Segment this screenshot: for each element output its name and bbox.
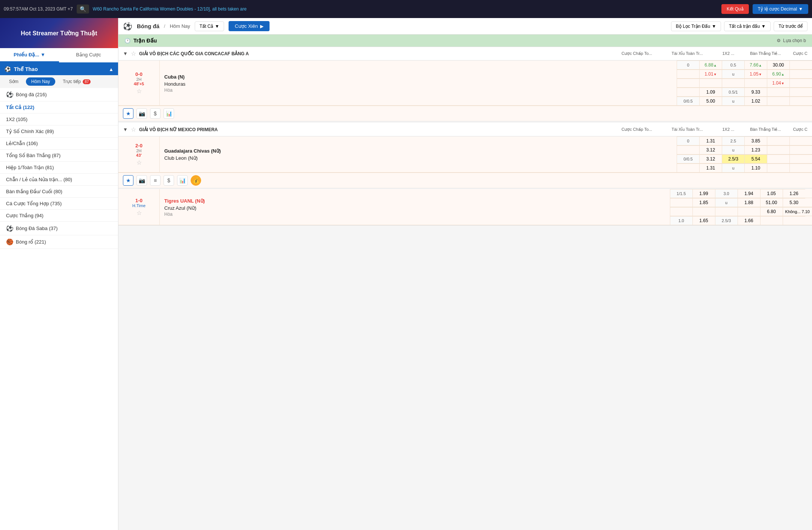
- odds-cell[interactable]: 1.05: [744, 70, 767, 78]
- odds-cell[interactable]: 1.09: [699, 88, 722, 96]
- odds-cell[interactable]: 2.5/3: [722, 154, 744, 163]
- header-sport-title: Bóng đá: [137, 23, 159, 29]
- odds-cell[interactable]: Không... 7.10: [783, 207, 812, 216]
- sidebar-item-cuoc-thang[interactable]: Cược Thắng (94): [0, 210, 118, 222]
- match-odds-area: 0 6.88 0.5 7.66 30.00 1.01 u 1.05: [677, 61, 812, 105]
- camera-icon[interactable]: 📷: [136, 108, 147, 119]
- sidebar-item-bong-da[interactable]: ⚽ Bóng đá (216): [0, 88, 118, 101]
- main-header: ⚽ Bóng đá / Hôm Nay Tất Cả ▼ Cược Xiên ▶…: [118, 18, 812, 35]
- sidebar-item-hiep1[interactable]: Hiệp 1/Toàn Trận (81): [0, 162, 118, 174]
- odds-cell[interactable]: 5.30: [783, 198, 805, 207]
- lua-chon-filter[interactable]: ⚙ Lựa chọn b: [777, 38, 806, 43]
- favorite-icon[interactable]: ★: [123, 108, 133, 119]
- sidebar-item-ban-thang-dau[interactable]: Bàn thắng Đầu/ Cuối (80): [0, 186, 118, 198]
- match-score-col-2: 2-0 2H 43' ☆: [118, 136, 160, 172]
- odds-cell[interactable]: 1.23: [744, 145, 767, 154]
- section2-star[interactable]: ☆: [131, 126, 136, 133]
- odds-cell[interactable]: 1.04: [767, 79, 789, 87]
- odds-cell: [783, 216, 805, 225]
- odds-cell[interactable]: 7.66: [744, 61, 767, 69]
- odds-cell[interactable]: 30.00: [767, 61, 789, 69]
- tat-ca-dropdown[interactable]: Tất Cả ▼: [195, 21, 224, 31]
- odds-cell: [767, 145, 789, 154]
- odds-cell[interactable]: 5.00: [699, 97, 722, 105]
- match-star-2[interactable]: ☆: [136, 159, 142, 166]
- odds-cell[interactable]: 1.99: [692, 189, 715, 198]
- odds-cell[interactable]: 1.85: [692, 198, 715, 207]
- tab-som[interactable]: Sớm: [4, 77, 24, 86]
- odds-cell: [767, 88, 789, 96]
- tab-phieu-dat[interactable]: Phiếu Đặ... ▼: [0, 48, 59, 62]
- odds-cell[interactable]: 9.33: [744, 88, 767, 96]
- sidebar-item-le-chan[interactable]: Lẻ/Chẵn (106): [0, 138, 118, 150]
- sports-section-header[interactable]: ⚽ Thể Thao ▲: [0, 63, 118, 75]
- odds-cell[interactable]: 51.00: [760, 198, 783, 207]
- odds-cell: [760, 216, 783, 225]
- bo-loc-dropdown[interactable]: Bộ Lọc Trận Đấu ▼: [671, 21, 721, 31]
- odds-cell[interactable]: 1.01: [699, 70, 722, 78]
- odds-cell: u: [722, 97, 744, 105]
- match-star[interactable]: ☆: [136, 88, 142, 95]
- odds-cell[interactable]: 6.80: [760, 207, 783, 216]
- chart-icon-2[interactable]: 📊: [177, 175, 188, 186]
- odds-cell[interactable]: 6.90: [767, 70, 789, 78]
- odds-cell: 1/1.5: [670, 189, 692, 198]
- odds-cell[interactable]: 1.02: [744, 97, 767, 105]
- chart-icon[interactable]: 📊: [164, 108, 174, 119]
- odds-cell: u: [715, 198, 738, 207]
- match-star-3[interactable]: ☆: [136, 209, 142, 217]
- favorite-icon-2[interactable]: ★: [123, 175, 133, 186]
- list-icon-2[interactable]: ≡: [150, 175, 161, 186]
- match-score-2: 2-0: [135, 143, 142, 148]
- odds-cell: [789, 61, 812, 69]
- odds-cell[interactable]: 1.05: [760, 189, 783, 198]
- odds-cell: [767, 154, 789, 163]
- col2-cuoc-chap: Cược Chấp To...: [621, 127, 652, 132]
- sidebar-item-1x2[interactable]: 1X2 (105): [0, 114, 118, 126]
- sidebar-item-chan-le-nua[interactable]: Chẵn / Lẻ của Nửa trận... (80): [0, 174, 118, 186]
- odds-cell[interactable]: 5.54: [744, 154, 767, 163]
- tu-truoc-dropdown[interactable]: Từ trước để: [774, 21, 807, 31]
- odds-cell: [744, 79, 767, 87]
- sidebar-item-ca-cuoc[interactable]: Cá Cược Tổng Hợp (735): [0, 198, 118, 210]
- tat-ca-tran-dropdown[interactable]: Tất cả trận đấu ▼: [724, 21, 771, 31]
- ket-qua-button[interactable]: Kết Quả: [721, 4, 749, 14]
- odds-cell[interactable]: 3.12: [699, 154, 722, 163]
- match-score-col: 0-0 2H 48'+5 ☆: [118, 61, 160, 105]
- odds-cell[interactable]: 1.31: [699, 164, 722, 172]
- col2-ban-thang: Bàn Thắng Tiề...: [750, 127, 781, 132]
- col2-tai-xiu: Tài Xỉu Toàn Tr...: [672, 127, 703, 132]
- dollar-icon-2[interactable]: $: [164, 175, 174, 186]
- dollar-icon[interactable]: $: [150, 108, 161, 119]
- sidebar-item-bong-ro[interactable]: 🏀 Bóng rổ (221): [0, 235, 118, 249]
- sidebar-item-ty-so[interactable]: Tỷ Số Chính Xác (89): [0, 126, 118, 138]
- odds-cell[interactable]: 1.66: [738, 216, 760, 225]
- sidebar-item-tat-ca[interactable]: Tất Cả (122): [0, 101, 118, 114]
- tab-truc-tiep[interactable]: Trực tiếp 87: [58, 77, 96, 86]
- sidebar-item-saba[interactable]: ⚽ Bóng Đá Saba (37): [0, 222, 118, 235]
- col-cuoc-chap: Cược Chấp To...: [621, 51, 652, 56]
- col-1x2: 1X2 ...: [722, 51, 734, 56]
- odds-cell[interactable]: 1.88: [738, 198, 760, 207]
- odds-cell[interactable]: 1.10: [744, 164, 767, 172]
- ty-le-dropdown[interactable]: Tỷ lệ cược Decimal ▼: [753, 4, 808, 14]
- odds-cell[interactable]: 3.12: [699, 145, 722, 154]
- odds-cell[interactable]: 1.65: [692, 216, 715, 225]
- camera-icon-2[interactable]: 📷: [136, 175, 147, 186]
- team1-name: Cuba (N): [164, 73, 672, 80]
- search-button[interactable]: 🔍: [77, 5, 89, 14]
- collapse-section1-button[interactable]: ▼: [123, 51, 128, 56]
- odds-cell[interactable]: 1.31: [699, 136, 722, 145]
- match-score-3: 1-0: [135, 198, 142, 203]
- tab-bang-cuoc[interactable]: Bảng Cược: [59, 48, 118, 62]
- odds-cell[interactable]: 6.88: [699, 61, 722, 69]
- odds-cell[interactable]: 1.26: [783, 189, 805, 198]
- cuoc-xien-button[interactable]: Cược Xiên ▶: [229, 21, 270, 31]
- section1-star[interactable]: ☆: [131, 50, 136, 57]
- tab-hom-nay[interactable]: Hôm Nay: [26, 77, 55, 86]
- coin-icon[interactable]: 💰: [191, 175, 201, 186]
- odds-cell[interactable]: 3.85: [744, 136, 767, 145]
- odds-cell[interactable]: 1.94: [738, 189, 760, 198]
- collapse-section2-button[interactable]: ▼: [123, 127, 128, 132]
- sidebar-item-tong-so[interactable]: Tổng Số Bàn Thắng (87): [0, 150, 118, 162]
